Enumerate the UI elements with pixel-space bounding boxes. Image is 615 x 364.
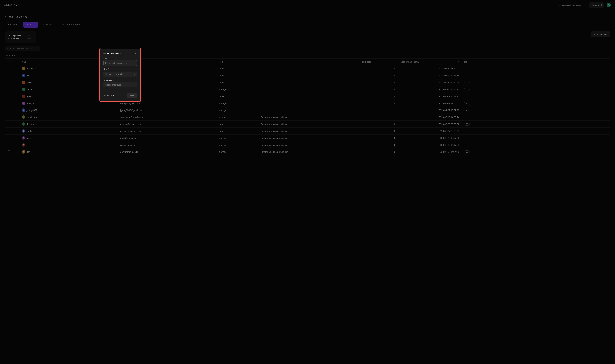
modal-title: Invite new users xyxy=(104,52,120,54)
modal-invite-button[interactable]: Invite xyxy=(127,93,137,98)
email-label: Email xyxy=(104,57,137,59)
email-input[interactable] xyxy=(104,60,137,66)
invite-users-modal: Invite new users ✕ Email Role * Please s… xyxy=(100,49,140,101)
modal-highlight-frame: Invite new users ✕ Email Role * Please s… xyxy=(99,48,141,102)
role-placeholder: Please select a role. xyxy=(105,73,123,75)
tag-input[interactable] xyxy=(104,82,137,87)
tag-label: Tag(optional) xyxy=(104,79,137,81)
close-icon[interactable]: ✕ xyxy=(135,52,137,54)
modal-backdrop[interactable] xyxy=(0,0,615,364)
role-label: Role * xyxy=(104,68,137,70)
chevron-down-icon xyxy=(134,74,135,75)
modal-total-label: Total 0 users xyxy=(104,94,115,97)
required-asterisk: * xyxy=(108,68,109,70)
role-select[interactable]: Please select a role. xyxy=(104,72,137,77)
